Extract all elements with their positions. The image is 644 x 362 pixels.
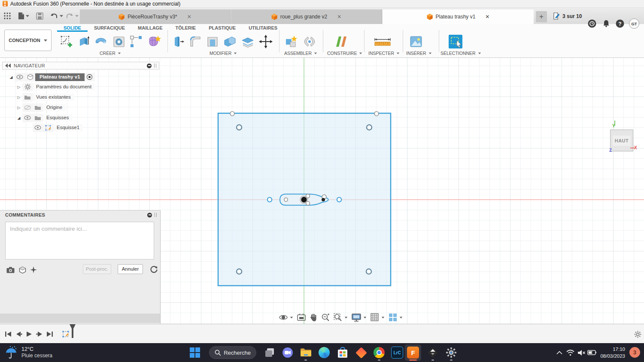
fillet-button[interactable] <box>187 33 204 50</box>
tree-item-label[interactable]: Paramètres du document <box>33 83 95 90</box>
chrome-icon[interactable] <box>373 347 385 359</box>
look-at-icon[interactable] <box>297 314 306 321</box>
add-marker-icon[interactable] <box>27 264 39 276</box>
chat-icon[interactable] <box>282 347 294 359</box>
screenshot-camera-icon[interactable] <box>4 264 16 276</box>
post-comment-button[interactable]: Post-proc. <box>83 264 111 274</box>
press-pull-button[interactable] <box>170 33 186 50</box>
group-label-construire[interactable]: CONSTRUIRE <box>327 51 362 56</box>
microsoft-store-icon[interactable] <box>337 347 349 359</box>
tab-utilitaires[interactable]: UTILITAIRES <box>242 24 284 32</box>
orbit-icon[interactable] <box>279 313 293 322</box>
pattern-button[interactable] <box>128 33 144 50</box>
file-menu-icon[interactable] <box>18 11 29 21</box>
visibility-off-icon[interactable] <box>22 103 33 112</box>
tree-row-origin[interactable]: ▷ Origine <box>15 103 66 112</box>
notification-badge[interactable]: 3 <box>629 347 640 358</box>
timeline-step-forward-icon[interactable] <box>35 329 44 339</box>
comment-input[interactable] <box>5 222 154 259</box>
visibility-eye-icon[interactable] <box>15 73 25 81</box>
tree-root-label[interactable]: Plateau trashy v1 <box>35 73 85 81</box>
group-label-creer[interactable]: CRÉER <box>100 51 121 56</box>
fusion360-taskbar-active[interactable]: F <box>405 344 421 361</box>
comments-header[interactable]: COMMENTAIRES <box>0 211 160 219</box>
timeline-position-marker[interactable] <box>68 327 77 336</box>
expander-closed-icon[interactable]: ▷ <box>15 95 22 100</box>
document-tab-3-active[interactable]: Plateau trashy v1 ✕ <box>383 9 534 24</box>
new-component-button[interactable] <box>283 33 300 50</box>
viewports-icon[interactable] <box>389 313 403 322</box>
expander-open-icon[interactable]: ◢ <box>8 75 15 79</box>
timeline-go-start-icon[interactable] <box>3 329 13 339</box>
pan-icon[interactable] <box>310 313 317 322</box>
sketch-point[interactable] <box>284 198 288 201</box>
redo-icon[interactable] <box>65 11 79 21</box>
expander-open-icon[interactable]: ◢ <box>15 116 22 120</box>
tree-row-sketches[interactable]: ◢ Esquisses <box>15 113 72 122</box>
tree-row-sketch1[interactable]: Esquisse1 <box>33 123 83 132</box>
weather-widget[interactable]: 12°C Pluie cessera <box>5 345 52 359</box>
group-label-modifier[interactable]: MODIFIER <box>210 51 237 56</box>
sketch-point[interactable] <box>374 112 379 116</box>
fit-icon[interactable] <box>334 313 348 322</box>
panel-minimize-icon[interactable] <box>147 213 152 217</box>
create-form-button[interactable] <box>146 33 162 50</box>
navigator-header[interactable]: NAVIGATEUR <box>2 62 159 69</box>
origin-point[interactable] <box>301 197 307 202</box>
timeline-settings-gear-icon[interactable] <box>633 329 642 339</box>
save-icon[interactable] <box>36 11 43 21</box>
panel-grip-icon[interactable] <box>155 213 157 217</box>
construct-plane-button[interactable] <box>333 33 349 50</box>
shell-button[interactable] <box>204 33 221 50</box>
panel-minimize-icon[interactable] <box>147 63 152 68</box>
group-label-assembler[interactable]: ASSEMBLER <box>284 51 317 56</box>
visibility-eye-icon[interactable] <box>33 124 43 132</box>
viewcube-face-top[interactable]: HAUT <box>613 136 631 146</box>
collapse-panel-icon[interactable] <box>5 63 11 68</box>
job-status[interactable]: 3 sur 10 <box>553 12 582 20</box>
display-settings-icon[interactable] <box>352 313 367 322</box>
tab-close-icon[interactable]: ✕ <box>187 14 191 20</box>
tree-row-named-views[interactable]: ▷ Vues existantes <box>15 93 74 102</box>
tab-surfacique[interactable]: SURFACIQUE <box>88 24 131 32</box>
move-button[interactable] <box>258 33 274 50</box>
measure-button[interactable] <box>372 33 393 50</box>
sketch-point-highlighted[interactable] <box>337 197 341 202</box>
activate-radio-icon[interactable] <box>85 73 95 81</box>
sketch-point-highlighted[interactable] <box>267 197 272 202</box>
select-button[interactable] <box>447 33 464 50</box>
extension-manager-icon[interactable] <box>587 19 597 28</box>
tree-row-document-settings[interactable]: ▷ Paramètres du document <box>15 82 95 91</box>
lightroom-classic-icon[interactable]: LrC <box>391 347 403 359</box>
tray-clock[interactable]: 17:10 08/03/2023 <box>592 346 625 359</box>
sketch-hole-circle[interactable] <box>237 269 242 274</box>
undo-icon[interactable] <box>50 11 63 21</box>
document-tab-2[interactable]: roue_plus grande v2 ✕ <box>231 9 382 24</box>
sketch-point-selected[interactable] <box>322 198 325 202</box>
group-label-inspecter[interactable]: INSPECTER <box>368 51 400 56</box>
wifi-icon[interactable] <box>564 347 576 359</box>
combine-button[interactable] <box>222 33 238 50</box>
expander-closed-icon[interactable]: ▷ <box>15 106 22 110</box>
joint-button[interactable] <box>301 33 318 50</box>
tab-solide[interactable]: SOLIDE <box>57 24 88 32</box>
start-button[interactable] <box>189 347 201 359</box>
sketch-hole-circle[interactable] <box>366 269 371 274</box>
sketch-point[interactable] <box>306 194 310 198</box>
sketch-point[interactable] <box>230 112 234 116</box>
revolve-button[interactable] <box>93 33 109 50</box>
sketch-hole-circle[interactable] <box>367 125 372 130</box>
panel-grip-icon[interactable] <box>154 63 156 68</box>
tree-item-label[interactable]: Origine <box>43 104 66 111</box>
refresh-icon[interactable] <box>148 263 160 275</box>
tree-item-label[interactable]: Vues existantes <box>33 94 74 101</box>
insert-image-button[interactable] <box>408 33 424 50</box>
grid-settings-icon[interactable] <box>371 313 385 322</box>
attach-view-cube-icon[interactable] <box>16 264 28 276</box>
cancel-comment-button[interactable]: Annuler <box>118 264 143 274</box>
hole-button[interactable] <box>111 33 127 50</box>
notifications-bell-icon[interactable] <box>601 19 611 28</box>
new-tab-button[interactable]: + <box>536 11 547 22</box>
timeline-go-end-icon[interactable] <box>45 329 55 339</box>
tree-row-root[interactable]: ◢ Plateau trashy v1 <box>8 72 95 81</box>
